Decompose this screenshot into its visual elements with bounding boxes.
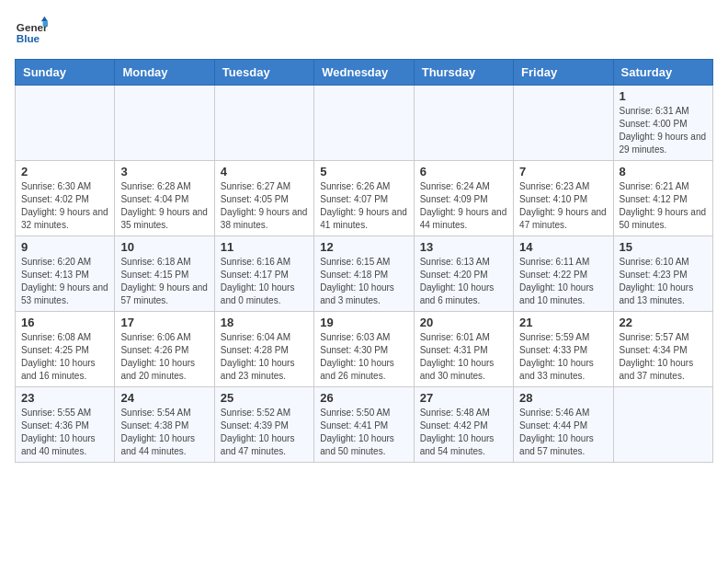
calendar-cell: 2Sunrise: 6:30 AM Sunset: 4:02 PM Daylig… <box>16 161 115 236</box>
day-info: Sunrise: 5:55 AM Sunset: 4:36 PM Dayligh… <box>21 407 108 458</box>
svg-marker-3 <box>43 21 48 26</box>
day-header-wednesday: Wednesday <box>314 60 414 86</box>
day-info: Sunrise: 6:15 AM Sunset: 4:18 PM Dayligh… <box>320 256 407 307</box>
day-info: Sunrise: 5:52 AM Sunset: 4:39 PM Dayligh… <box>221 407 308 458</box>
calendar-week-row: 1Sunrise: 6:31 AM Sunset: 4:00 PM Daylig… <box>16 86 713 161</box>
day-number: 19 <box>320 316 407 329</box>
day-info: Sunrise: 6:31 AM Sunset: 4:00 PM Dayligh… <box>620 105 707 156</box>
day-info: Sunrise: 5:59 AM Sunset: 4:33 PM Dayligh… <box>519 331 607 383</box>
calendar-cell: 6Sunrise: 6:24 AM Sunset: 4:09 PM Daylig… <box>414 161 513 236</box>
day-number: 7 <box>519 165 607 178</box>
calendar-cell: 17Sunrise: 6:06 AM Sunset: 4:26 PM Dayli… <box>115 312 214 387</box>
day-number: 12 <box>320 240 407 254</box>
day-number: 17 <box>120 316 208 329</box>
day-info: Sunrise: 5:50 AM Sunset: 4:41 PM Dayligh… <box>320 407 407 458</box>
day-info: Sunrise: 5:48 AM Sunset: 4:42 PM Dayligh… <box>420 407 507 458</box>
calendar-cell: 25Sunrise: 5:52 AM Sunset: 4:39 PM Dayli… <box>214 387 313 463</box>
day-info: Sunrise: 6:21 AM Sunset: 4:12 PM Dayligh… <box>620 180 707 232</box>
day-number: 23 <box>21 391 108 405</box>
day-info: Sunrise: 6:08 AM Sunset: 4:25 PM Dayligh… <box>21 331 108 383</box>
day-number: 27 <box>420 391 507 405</box>
calendar-cell: 3Sunrise: 6:28 AM Sunset: 4:04 PM Daylig… <box>115 161 214 236</box>
calendar-cell <box>414 86 513 161</box>
day-info: Sunrise: 6:30 AM Sunset: 4:02 PM Dayligh… <box>21 180 108 232</box>
day-number: 11 <box>221 240 308 254</box>
calendar-cell: 21Sunrise: 5:59 AM Sunset: 4:33 PM Dayli… <box>514 312 613 387</box>
day-header-monday: Monday <box>115 60 214 86</box>
day-info: Sunrise: 5:57 AM Sunset: 4:34 PM Dayligh… <box>620 331 707 383</box>
calendar-header-row: SundayMondayTuesdayWednesdayThursdayFrid… <box>16 60 713 86</box>
calendar-cell: 13Sunrise: 6:13 AM Sunset: 4:20 PM Dayli… <box>414 236 513 312</box>
day-header-tuesday: Tuesday <box>214 60 313 86</box>
day-number: 4 <box>221 165 308 178</box>
day-info: Sunrise: 6:03 AM Sunset: 4:30 PM Dayligh… <box>320 331 407 383</box>
calendar-cell: 24Sunrise: 5:54 AM Sunset: 4:38 PM Dayli… <box>115 387 214 463</box>
calendar-cell: 18Sunrise: 6:04 AM Sunset: 4:28 PM Dayli… <box>214 312 313 387</box>
calendar-cell: 23Sunrise: 5:55 AM Sunset: 4:36 PM Dayli… <box>16 387 115 463</box>
calendar-cell <box>514 86 613 161</box>
day-info: Sunrise: 5:54 AM Sunset: 4:38 PM Dayligh… <box>120 407 208 458</box>
calendar-cell: 4Sunrise: 6:27 AM Sunset: 4:05 PM Daylig… <box>214 161 313 236</box>
day-header-thursday: Thursday <box>414 60 513 86</box>
calendar-table: SundayMondayTuesdayWednesdayThursdayFrid… <box>15 59 713 463</box>
calendar-cell: 22Sunrise: 5:57 AM Sunset: 4:34 PM Dayli… <box>613 312 712 387</box>
day-number: 16 <box>21 316 108 329</box>
logo: General Blue <box>15 15 50 48</box>
day-number: 2 <box>21 165 108 178</box>
day-info: Sunrise: 5:46 AM Sunset: 4:44 PM Dayligh… <box>519 407 607 458</box>
day-info: Sunrise: 6:26 AM Sunset: 4:07 PM Dayligh… <box>320 180 407 232</box>
day-number: 15 <box>620 240 707 254</box>
calendar-week-row: 16Sunrise: 6:08 AM Sunset: 4:25 PM Dayli… <box>16 312 713 387</box>
calendar-cell <box>214 86 313 161</box>
day-info: Sunrise: 6:11 AM Sunset: 4:22 PM Dayligh… <box>519 256 607 307</box>
day-header-saturday: Saturday <box>613 60 712 86</box>
calendar-cell: 28Sunrise: 5:46 AM Sunset: 4:44 PM Dayli… <box>514 387 613 463</box>
calendar-cell: 26Sunrise: 5:50 AM Sunset: 4:41 PM Dayli… <box>314 387 414 463</box>
day-number: 22 <box>620 316 707 329</box>
calendar-cell: 12Sunrise: 6:15 AM Sunset: 4:18 PM Dayli… <box>314 236 414 312</box>
calendar-cell: 20Sunrise: 6:01 AM Sunset: 4:31 PM Dayli… <box>414 312 513 387</box>
day-number: 1 <box>620 89 707 103</box>
day-number: 10 <box>120 240 208 254</box>
day-info: Sunrise: 6:04 AM Sunset: 4:28 PM Dayligh… <box>221 331 308 383</box>
calendar-cell: 19Sunrise: 6:03 AM Sunset: 4:30 PM Dayli… <box>314 312 414 387</box>
day-info: Sunrise: 6:13 AM Sunset: 4:20 PM Dayligh… <box>420 256 507 307</box>
calendar-cell: 10Sunrise: 6:18 AM Sunset: 4:15 PM Dayli… <box>115 236 214 312</box>
calendar-cell <box>16 86 115 161</box>
calendar-cell <box>115 86 214 161</box>
day-info: Sunrise: 6:28 AM Sunset: 4:04 PM Dayligh… <box>120 180 208 232</box>
svg-marker-2 <box>41 17 48 21</box>
calendar-week-row: 23Sunrise: 5:55 AM Sunset: 4:36 PM Dayli… <box>16 387 713 463</box>
calendar-cell: 5Sunrise: 6:26 AM Sunset: 4:07 PM Daylig… <box>314 161 414 236</box>
day-number: 21 <box>519 316 607 329</box>
day-number: 26 <box>320 391 407 405</box>
calendar-week-row: 9Sunrise: 6:20 AM Sunset: 4:13 PM Daylig… <box>16 236 713 312</box>
day-number: 13 <box>420 240 507 254</box>
day-info: Sunrise: 6:18 AM Sunset: 4:15 PM Dayligh… <box>120 256 208 307</box>
calendar-cell: 27Sunrise: 5:48 AM Sunset: 4:42 PM Dayli… <box>414 387 513 463</box>
day-number: 8 <box>620 165 707 178</box>
calendar-cell: 8Sunrise: 6:21 AM Sunset: 4:12 PM Daylig… <box>613 161 712 236</box>
day-info: Sunrise: 6:06 AM Sunset: 4:26 PM Dayligh… <box>120 331 208 383</box>
calendar-cell: 7Sunrise: 6:23 AM Sunset: 4:10 PM Daylig… <box>514 161 613 236</box>
logo-icon: General Blue <box>15 15 48 48</box>
calendar-cell: 15Sunrise: 6:10 AM Sunset: 4:23 PM Dayli… <box>613 236 712 312</box>
day-info: Sunrise: 6:24 AM Sunset: 4:09 PM Dayligh… <box>420 180 507 232</box>
page-header: General Blue <box>15 15 713 48</box>
day-info: Sunrise: 6:10 AM Sunset: 4:23 PM Dayligh… <box>620 256 707 307</box>
day-number: 24 <box>120 391 208 405</box>
day-number: 18 <box>221 316 308 329</box>
day-number: 5 <box>320 165 407 178</box>
day-number: 28 <box>519 391 607 405</box>
calendar-week-row: 2Sunrise: 6:30 AM Sunset: 4:02 PM Daylig… <box>16 161 713 236</box>
day-number: 14 <box>519 240 607 254</box>
day-info: Sunrise: 6:16 AM Sunset: 4:17 PM Dayligh… <box>221 256 308 307</box>
day-number: 3 <box>120 165 208 178</box>
calendar-cell <box>613 387 712 463</box>
calendar-cell: 1Sunrise: 6:31 AM Sunset: 4:00 PM Daylig… <box>613 86 712 161</box>
day-info: Sunrise: 6:27 AM Sunset: 4:05 PM Dayligh… <box>221 180 308 232</box>
day-header-friday: Friday <box>514 60 613 86</box>
day-info: Sunrise: 6:20 AM Sunset: 4:13 PM Dayligh… <box>21 256 108 307</box>
calendar-cell <box>314 86 414 161</box>
calendar-cell: 14Sunrise: 6:11 AM Sunset: 4:22 PM Dayli… <box>514 236 613 312</box>
